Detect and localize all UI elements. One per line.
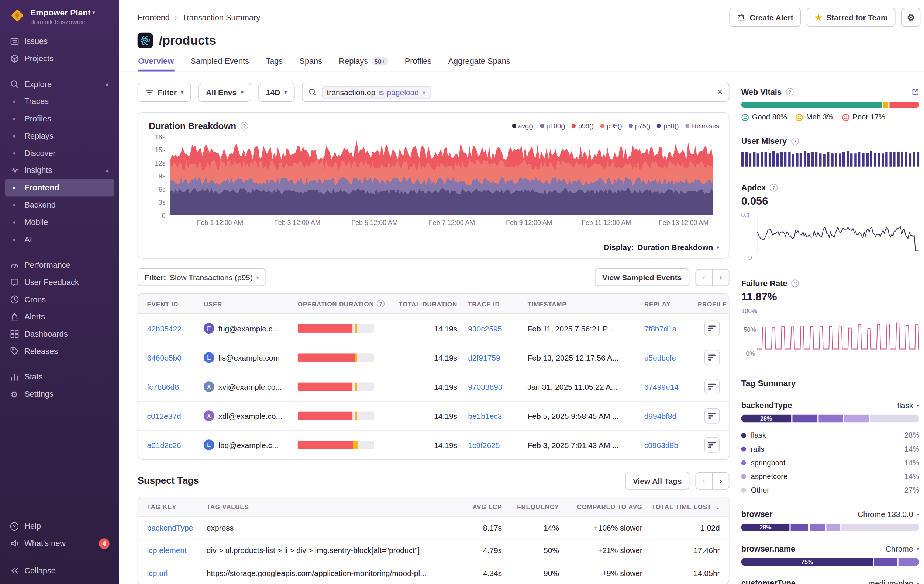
token-remove-icon[interactable]: × bbox=[422, 88, 426, 97]
replay-link[interactable]: d994bf8d bbox=[644, 411, 698, 420]
prev-icon[interactable]: ‹ bbox=[695, 268, 713, 286]
profile-icon[interactable] bbox=[705, 408, 720, 424]
sidebar-section-insights[interactable]: Insights ▲ bbox=[5, 162, 114, 179]
info-icon[interactable]: ? bbox=[785, 88, 794, 96]
sidebar-item-issues[interactable]: Issues bbox=[5, 33, 114, 50]
replay-link[interactable]: 7f8b7d1a bbox=[644, 324, 698, 332]
legend-item[interactable]: p99() bbox=[572, 122, 593, 129]
tag-legend-item[interactable]: springboot14% bbox=[741, 456, 919, 469]
settings-button[interactable]: ⚙ bbox=[901, 8, 921, 27]
tag-group-select[interactable]: Chrome▾ bbox=[886, 544, 919, 553]
info-icon[interactable]: ? bbox=[791, 138, 799, 145]
tag-key-link[interactable]: lcp.element bbox=[147, 546, 207, 555]
tab-tags[interactable]: Tags bbox=[265, 56, 284, 71]
search-clear-icon[interactable]: × bbox=[717, 86, 723, 98]
next-icon[interactable]: › bbox=[712, 472, 729, 489]
profile-icon[interactable] bbox=[705, 379, 720, 395]
sidebar-item-ai[interactable]: AI bbox=[5, 231, 114, 248]
trace-id-link[interactable]: d2f91759 bbox=[457, 353, 527, 362]
sidebar-item-settings[interactable]: ⚙ Settings bbox=[5, 385, 114, 403]
sidebar-item-backend[interactable]: Backend bbox=[5, 196, 114, 214]
tab-spans[interactable]: Spans bbox=[299, 56, 323, 71]
tag-distribution-bar[interactable]: 28% bbox=[741, 523, 919, 531]
sidebar-collapse-button[interactable]: Collapse bbox=[5, 562, 114, 579]
col-total-time-lost[interactable]: Total Time Lost↓ bbox=[642, 503, 720, 510]
view-all-tags-button[interactable]: View All Tags bbox=[625, 472, 689, 489]
tag-key-link[interactable]: backendType bbox=[147, 523, 207, 532]
info-icon[interactable]: ? bbox=[377, 300, 385, 308]
legend-item[interactable]: p100() bbox=[540, 122, 565, 129]
sidebar-item-frontend[interactable]: Frontend bbox=[5, 179, 114, 196]
sidebar-item-replays[interactable]: Replays bbox=[5, 127, 114, 145]
tab-profiles[interactable]: Profiles bbox=[404, 56, 432, 71]
sidebar-item-profiles[interactable]: Profiles bbox=[5, 110, 114, 127]
sidebar-item-traces[interactable]: Traces bbox=[5, 93, 114, 110]
event-id-link[interactable]: 6460e5b0 bbox=[147, 353, 204, 362]
info-icon[interactable]: ? bbox=[792, 280, 799, 287]
legend-item[interactable]: p75() bbox=[629, 122, 650, 129]
sidebar-item-performance[interactable]: Performance bbox=[5, 256, 114, 273]
tag-legend-item[interactable]: flask28% bbox=[741, 428, 919, 442]
search-token[interactable]: transaction.op is pageload × bbox=[322, 86, 431, 99]
legend-item[interactable]: p50() bbox=[657, 122, 678, 129]
sidebar-section-explore[interactable]: Explore ▲ bbox=[5, 76, 114, 93]
sidebar-item-dashboards[interactable]: Dashboards bbox=[5, 326, 114, 343]
environment-select[interactable]: All Envs ▾ bbox=[198, 82, 251, 102]
sidebar-item-mobile[interactable]: Mobile bbox=[5, 214, 114, 231]
sidebar-item-alerts[interactable]: Alerts bbox=[5, 308, 114, 326]
sidebar-item-help[interactable]: ? Help bbox=[5, 518, 114, 535]
legend-item[interactable]: avg() bbox=[512, 122, 533, 129]
tag-group-select[interactable]: Chrome 133.0.0▾ bbox=[858, 510, 919, 519]
external-link-icon[interactable] bbox=[911, 88, 919, 96]
tab-overview[interactable]: Overview bbox=[138, 56, 175, 71]
sidebar-item-stats[interactable]: Stats bbox=[5, 368, 114, 386]
replay-link[interactable]: c0963d8b bbox=[644, 441, 698, 449]
tag-group-select[interactable]: medium-plan▾ bbox=[868, 579, 919, 584]
tag-distribution-bar[interactable]: 28% bbox=[741, 415, 919, 423]
sidebar-item-discover[interactable]: Discover bbox=[5, 145, 114, 162]
sidebar-item-user-feedback[interactable]: User Feedback bbox=[5, 273, 114, 291]
next-icon[interactable]: › bbox=[712, 268, 729, 286]
tag-legend-item[interactable]: rails14% bbox=[741, 442, 919, 456]
view-sampled-events-button[interactable]: View Sampled Events bbox=[594, 268, 689, 286]
date-range-select[interactable]: 14D ▾ bbox=[258, 82, 295, 102]
tab-aggregate-spans[interactable]: Aggregate Spans bbox=[447, 56, 511, 71]
legend-item[interactable]: p95() bbox=[600, 122, 622, 129]
trace-id-link[interactable]: be1b1ec3 bbox=[457, 411, 527, 420]
prev-icon[interactable]: ‹ bbox=[695, 472, 713, 489]
info-icon[interactable]: ? bbox=[770, 184, 778, 192]
event-id-link[interactable]: 42b35422 bbox=[147, 324, 204, 332]
profile-icon[interactable] bbox=[705, 350, 720, 365]
tag-key-link[interactable]: lcp.url bbox=[147, 569, 207, 577]
filter-button[interactable]: Filter ▾ bbox=[138, 82, 191, 102]
info-icon[interactable]: ? bbox=[240, 122, 248, 130]
trace-id-link[interactable]: 1c9f2625 bbox=[457, 441, 527, 449]
legend-item[interactable]: Releases bbox=[685, 122, 719, 129]
sidebar-item-releases[interactable]: Releases bbox=[5, 342, 114, 360]
starred-for-team-button[interactable]: ★ Starred for Team bbox=[807, 8, 896, 27]
trace-id-link[interactable]: 97033893 bbox=[457, 382, 527, 391]
tag-legend-item[interactable]: Other27% bbox=[741, 483, 919, 497]
org-switcher[interactable]: Empower Plant ▾ dominik.buszowiec... bbox=[0, 0, 119, 30]
replay-link[interactable]: 67499e14 bbox=[644, 382, 698, 391]
sidebar-item-whats-new[interactable]: What's new 4 bbox=[5, 535, 114, 552]
create-alert-button[interactable]: Create Alert bbox=[729, 8, 801, 27]
profile-icon[interactable] bbox=[705, 437, 720, 453]
breadcrumb-frontend[interactable]: Frontend bbox=[138, 13, 170, 22]
sidebar-item-projects[interactable]: Projects bbox=[5, 50, 114, 67]
tag-distribution-bar[interactable]: 75% bbox=[741, 558, 919, 566]
event-id-link[interactable]: a01d2c26 bbox=[147, 441, 204, 449]
display-select[interactable]: Duration Breakdown ▾ bbox=[637, 243, 719, 252]
event-id-link[interactable]: fc7886d8 bbox=[147, 382, 204, 391]
replay-link[interactable]: e5edbcfe bbox=[644, 353, 698, 362]
transactions-filter-select[interactable]: Filter: Slow Transactions (p95) ▾ bbox=[138, 268, 266, 286]
duration-chart[interactable]: 18s15s12s9s6s3s0 bbox=[144, 137, 713, 216]
tag-legend-item[interactable]: aspnetcore14% bbox=[741, 469, 919, 483]
tag-group-select[interactable]: flask▾ bbox=[897, 401, 919, 410]
trace-id-link[interactable]: 930c2595 bbox=[457, 324, 527, 332]
tab-replays[interactable]: Replays50+ bbox=[338, 56, 389, 71]
event-id-link[interactable]: c012e37d bbox=[147, 411, 204, 420]
profile-icon[interactable] bbox=[705, 321, 720, 336]
search-input[interactable]: transaction.op is pageload × × bbox=[302, 82, 729, 102]
tab-sampled-events[interactable]: Sampled Events bbox=[190, 56, 250, 71]
